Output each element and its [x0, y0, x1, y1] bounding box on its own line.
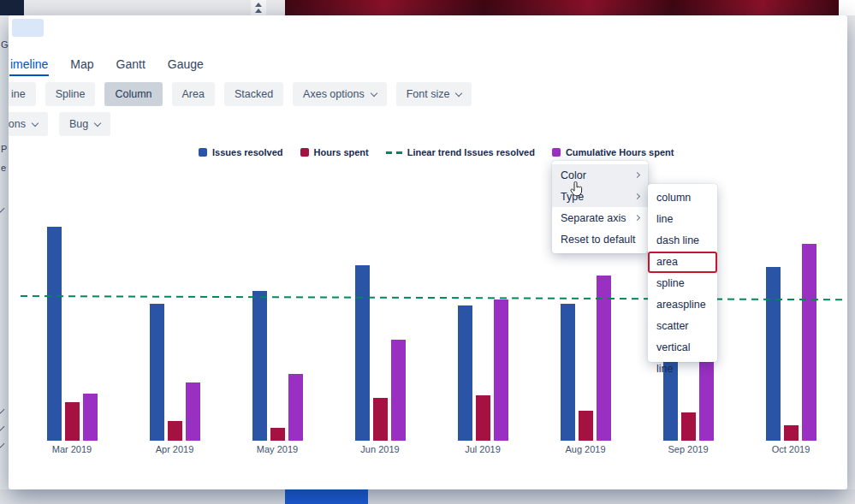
header-banner-image: [285, 0, 839, 15]
chart-type-axes-options-button[interactable]: Axes options: [293, 82, 387, 106]
bar-issues-resolved[interactable]: [355, 265, 370, 441]
bar-issues-resolved[interactable]: [766, 267, 781, 441]
submenu-item-vertical-line[interactable]: vertical line: [648, 337, 717, 359]
bar-cumulative-hours-spent[interactable]: [288, 374, 303, 441]
chart-legend: Issues resolvedHours spentLinear trend I…: [199, 147, 674, 157]
x-axis-label: Jun 2019: [329, 444, 431, 454]
context-menu-item-reset-to-default[interactable]: Reset to default: [552, 228, 648, 250]
chevron-down-icon: [455, 89, 462, 96]
chart-type-ine-button[interactable]: ine: [9, 82, 36, 106]
scroll-up-icon: [255, 3, 262, 7]
bar-hours-spent[interactable]: [373, 398, 388, 441]
filter-ions-button[interactable]: ions: [9, 112, 48, 136]
legend-label: Issues resolved: [212, 147, 283, 157]
context-menu-item-type[interactable]: Type: [552, 186, 648, 207]
submenu-item-area[interactable]: area: [648, 252, 717, 273]
chart-type-stacked-button[interactable]: Stacked: [224, 82, 283, 106]
app-logo-area: [0, 0, 24, 15]
legend-item[interactable]: Cumulative Hours spent: [552, 147, 674, 157]
button-label: ions: [9, 118, 26, 130]
chart-type-area-button[interactable]: Area: [172, 82, 215, 106]
bar-cumulative-hours-spent[interactable]: [494, 299, 508, 441]
legend-label: Cumulative Hours spent: [566, 147, 674, 157]
bar-hours-spent[interactable]: [681, 412, 696, 441]
bar-hours-spent[interactable]: [476, 395, 490, 441]
x-axis-label: Apr 2019: [123, 444, 226, 454]
chevron-down-icon: [0, 406, 4, 414]
bar-cumulative-hours-spent[interactable]: [186, 382, 200, 441]
submenu-item-dash-line[interactable]: dash line: [648, 230, 717, 252]
bar-cumulative-hours-spent[interactable]: [391, 340, 406, 441]
clipped-text: P: [1, 144, 7, 154]
legend-item[interactable]: Issues resolved: [199, 147, 283, 157]
chart-type-spline-button[interactable]: Spline: [45, 82, 96, 106]
context-menu: ColorTypeSeparate axisReset to default: [552, 161, 648, 253]
legend-swatch: [300, 148, 309, 157]
submenu-item-line[interactable]: line: [648, 209, 717, 230]
context-menu-item-color[interactable]: Color: [552, 164, 648, 186]
bar-group: [739, 169, 842, 441]
chevron-right-icon: [634, 215, 640, 221]
bar-hours-spent[interactable]: [65, 402, 80, 441]
bar-hours-spent[interactable]: [579, 411, 593, 441]
clipped-text: Ge: [1, 39, 9, 50]
bar-group: [329, 169, 431, 441]
filter-bug-button[interactable]: Bug: [59, 112, 110, 136]
chart-tabs: imelineMapGanttGauge: [9, 57, 205, 76]
bar-hours-spent[interactable]: [168, 421, 182, 441]
highlighted-chip[interactable]: [12, 19, 44, 37]
submenu-item-areaspline[interactable]: areaspline: [648, 294, 717, 316]
legend-item[interactable]: Linear trend Issues resolved: [386, 147, 535, 157]
chart-type-column-button[interactable]: Column: [104, 82, 162, 106]
legend-label: Hours spent: [314, 147, 369, 157]
chart-type-font-size-button[interactable]: Font size: [396, 82, 472, 106]
submenu-item-scatter[interactable]: scatter: [648, 316, 717, 337]
partially-hidden-button[interactable]: [285, 489, 368, 504]
bar-hours-spent[interactable]: [270, 428, 285, 441]
legend-swatch: [386, 151, 402, 154]
button-label: ine: [11, 88, 26, 100]
bar-group: [21, 169, 123, 441]
page-edge: [839, 0, 855, 15]
bar-issues-resolved[interactable]: [458, 305, 472, 441]
tab-gauge[interactable]: Gauge: [167, 57, 205, 76]
x-axis: Mar 2019Apr 2019May 2019Jun 2019Jul 2019…: [21, 444, 842, 454]
bar-chart-plot: [21, 169, 842, 441]
chevron-right-icon: [634, 193, 640, 199]
chevron-down-icon: [0, 440, 4, 448]
type-submenu: columnlinedash lineareasplineareasplines…: [648, 184, 717, 362]
bar-group: [123, 169, 226, 441]
bar-cumulative-hours-spent[interactable]: [802, 244, 816, 441]
bar-cumulative-hours-spent[interactable]: [83, 394, 98, 441]
legend-label: Linear trend Issues resolved: [407, 147, 535, 157]
legend-item[interactable]: Hours spent: [300, 147, 369, 157]
menu-item-label: Reset to default: [561, 234, 636, 246]
bar-issues-resolved[interactable]: [252, 291, 267, 441]
button-label: Column: [115, 88, 151, 100]
chevron-down-icon: [0, 423, 4, 431]
bar-hours-spent[interactable]: [784, 425, 799, 441]
submenu-item-spline[interactable]: spline: [648, 273, 717, 294]
submenu-item-column[interactable]: column: [648, 187, 717, 209]
bar-cumulative-hours-spent[interactable]: [597, 276, 611, 441]
button-label: Bug: [69, 118, 88, 130]
legend-swatch: [552, 148, 561, 157]
bar-issues-resolved[interactable]: [561, 304, 575, 441]
button-label: Axes options: [303, 88, 365, 100]
menu-item-label: Separate axis: [561, 212, 626, 224]
tab-map[interactable]: Map: [69, 57, 94, 76]
tab-gantt[interactable]: Gantt: [116, 57, 146, 76]
button-label: Spline: [56, 88, 86, 100]
clipped-page-bottom: [0, 489, 855, 504]
bar-issues-resolved[interactable]: [47, 227, 62, 441]
bar-group: [431, 169, 534, 441]
menu-item-label: Color: [561, 169, 586, 181]
context-menu-item-separate-axis[interactable]: Separate axis: [552, 207, 648, 228]
x-axis-label: Sep 2019: [637, 444, 739, 454]
chevron-down-icon: [370, 89, 377, 96]
bar-issues-resolved[interactable]: [150, 304, 164, 441]
cursor-icon: [570, 181, 583, 197]
chart-type-toolbar: ineSplineColumnAreaStackedAxes optionsFo…: [9, 82, 472, 106]
tab-imeline[interactable]: imeline: [9, 57, 49, 76]
page-scrollbar[interactable]: [251, 0, 266, 15]
